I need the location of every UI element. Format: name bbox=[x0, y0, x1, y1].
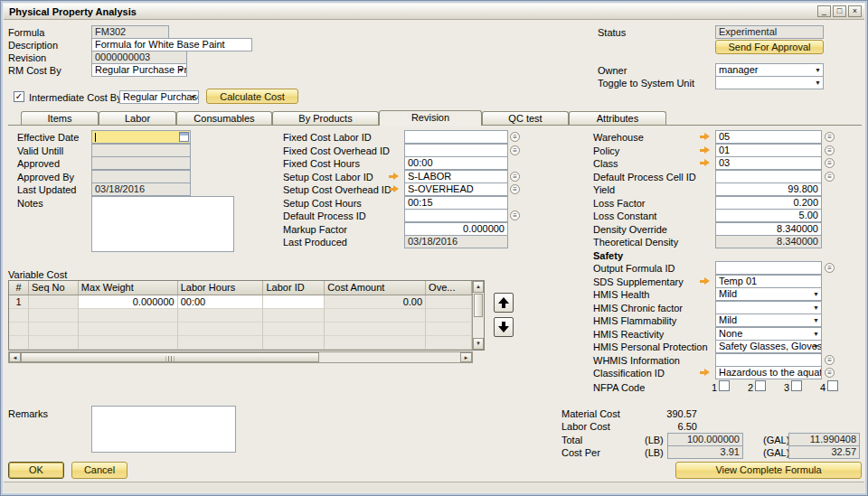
revision-field[interactable]: 0000000003 bbox=[91, 51, 187, 64]
dropdown-arrow-icon[interactable]: ▼ bbox=[813, 343, 819, 351]
col-header-seq-no[interactable]: Seq No bbox=[29, 281, 79, 295]
calculate-cost-button[interactable]: Calculate Cost bbox=[206, 89, 298, 104]
cell-labor-id[interactable] bbox=[263, 295, 325, 309]
choose-from-list-icon[interactable]: ≡ bbox=[825, 172, 835, 182]
dropdown-arrow-icon[interactable]: ▼ bbox=[815, 67, 821, 74]
cost-per-lb-field[interactable]: 3.91 bbox=[667, 445, 743, 459]
fixed-cost-overhead-id-field[interactable] bbox=[404, 144, 508, 157]
table-row[interactable] bbox=[9, 336, 472, 350]
tab-labor[interactable]: Labor bbox=[99, 111, 176, 125]
approved-field[interactable] bbox=[91, 156, 191, 170]
intermediate-cost-by-checkbox[interactable]: ✓ bbox=[14, 91, 24, 102]
cell-max-weight[interactable]: 0.000000 bbox=[79, 295, 178, 309]
horizontal-scroll-thumb[interactable] bbox=[21, 352, 319, 362]
choose-from-list-icon[interactable]: ≡ bbox=[825, 355, 835, 365]
cell-seq-no[interactable] bbox=[29, 295, 79, 309]
link-arrow-icon[interactable] bbox=[389, 173, 400, 181]
vertical-scroll-thumb[interactable] bbox=[474, 294, 483, 317]
formula-field[interactable]: FM302 bbox=[91, 25, 169, 39]
nfpa-checkbox-3[interactable] bbox=[791, 380, 802, 391]
tab-consumables[interactable]: Consumables bbox=[176, 111, 272, 125]
dropdown-arrow-icon[interactable]: ▼ bbox=[815, 80, 821, 87]
choose-from-list-icon[interactable]: ≡ bbox=[510, 211, 520, 220]
col-header-labor-hours[interactable]: Labor Hours bbox=[178, 281, 264, 295]
move-row-up-button[interactable] bbox=[494, 293, 514, 313]
class-field[interactable]: 03 bbox=[715, 156, 822, 170]
tab-qc-test[interactable]: QC test bbox=[482, 111, 569, 125]
hmis-personal-protection-select[interactable]: Safety Glasses, Gloves ▼ bbox=[715, 340, 822, 353]
table-row[interactable] bbox=[9, 323, 472, 336]
yield-field[interactable]: 99.800 bbox=[715, 182, 822, 196]
choose-from-list-icon[interactable]: ≡ bbox=[825, 145, 835, 155]
nfpa-checkbox-1[interactable] bbox=[719, 380, 730, 391]
close-icon[interactable]: × bbox=[848, 5, 862, 17]
last-produced-field[interactable]: 03/18/2016 bbox=[404, 235, 508, 248]
nfpa-checkbox-2[interactable] bbox=[755, 380, 766, 391]
choose-from-list-icon[interactable]: ≡ bbox=[510, 132, 520, 142]
classification-id-field[interactable]: Hazardous to the aquatic bbox=[715, 366, 822, 379]
total-lb-field[interactable]: 100.000000 bbox=[667, 433, 743, 446]
dropdown-arrow-icon[interactable]: ▼ bbox=[813, 317, 819, 324]
link-arrow-icon[interactable] bbox=[700, 146, 711, 154]
table-row[interactable]: 1 0.000000 00:00 0.00 bbox=[9, 295, 472, 309]
owner-select[interactable]: manager ▼ bbox=[715, 63, 824, 77]
loss-constant-field[interactable]: 5.00 bbox=[715, 209, 822, 222]
view-complete-formula-button[interactable]: View Complete Formula bbox=[675, 462, 862, 479]
choose-from-list-icon[interactable]: ≡ bbox=[510, 172, 520, 182]
col-header-overhead[interactable]: Ove... bbox=[426, 281, 472, 295]
theoretical-density-field[interactable]: 8.340000 bbox=[715, 235, 822, 248]
setup-cost-labor-id-field[interactable]: S-LABOR bbox=[404, 170, 508, 183]
dropdown-arrow-icon[interactable]: ▼ bbox=[190, 94, 196, 101]
link-arrow-icon[interactable] bbox=[700, 277, 711, 285]
cost-per-gal-field[interactable]: 32.57 bbox=[788, 445, 860, 459]
cancel-button[interactable]: Cancel bbox=[71, 462, 127, 479]
hmis-chronic-factor-select[interactable]: ▼ bbox=[715, 301, 822, 314]
notes-field[interactable] bbox=[91, 196, 234, 252]
description-field[interactable]: Formula for White Base Paint bbox=[91, 38, 252, 51]
hmis-reactivity-select[interactable]: None ▼ bbox=[715, 327, 822, 341]
total-gal-field[interactable]: 11.990408 bbox=[788, 433, 860, 446]
sds-supplementary-field[interactable]: Temp 01 bbox=[715, 275, 822, 288]
minimize-icon[interactable]: _ bbox=[817, 5, 831, 17]
scroll-left-icon[interactable]: ◄ bbox=[9, 352, 21, 362]
col-header-max-weight[interactable]: Max Weight bbox=[79, 281, 178, 295]
toggle-to-system-unit-select[interactable]: ▼ bbox=[715, 76, 824, 89]
move-row-down-button[interactable] bbox=[494, 317, 514, 337]
warehouse-field[interactable]: 05 bbox=[715, 130, 822, 144]
fixed-cost-labor-id-field[interactable] bbox=[404, 130, 508, 144]
calendar-dropdown-icon[interactable] bbox=[179, 132, 189, 142]
send-for-approval-button[interactable]: Send For Approval bbox=[715, 40, 824, 54]
choose-from-list-icon[interactable]: ≡ bbox=[825, 368, 835, 378]
setup-cost-hours-field[interactable]: 00:15 bbox=[404, 196, 508, 210]
approved-by-field[interactable] bbox=[91, 170, 191, 183]
choose-from-list-icon[interactable]: ≡ bbox=[825, 263, 835, 273]
choose-from-list-icon[interactable]: ≡ bbox=[825, 158, 835, 168]
link-arrow-icon[interactable] bbox=[700, 369, 711, 377]
density-override-field[interactable]: 8.340000 bbox=[715, 222, 822, 236]
nfpa-checkbox-4[interactable] bbox=[827, 380, 838, 391]
tab-items[interactable]: Items bbox=[21, 111, 99, 125]
dropdown-arrow-icon[interactable]: ▼ bbox=[813, 331, 819, 338]
scroll-down-icon[interactable]: ▼ bbox=[473, 338, 484, 350]
ok-button[interactable]: OK bbox=[8, 462, 64, 479]
choose-from-list-icon[interactable]: ≡ bbox=[510, 145, 520, 155]
dropdown-arrow-icon[interactable]: ▼ bbox=[813, 291, 819, 298]
col-header-cost-amount[interactable]: Cost Amount bbox=[325, 281, 426, 295]
intermediate-cost-by-select[interactable]: Regular Purchase ▼ bbox=[119, 90, 199, 104]
default-process-id-field[interactable] bbox=[404, 209, 508, 222]
rm-cost-by-select[interactable]: Regular Purchase Price ▼ bbox=[91, 63, 187, 77]
table-horizontal-scrollbar[interactable]: ◄ ► bbox=[8, 351, 473, 363]
last-updated-field[interactable]: 03/18/2016 bbox=[91, 182, 191, 196]
status-field[interactable]: Experimental bbox=[715, 25, 824, 39]
vertical-scroll-track[interactable] bbox=[473, 318, 484, 338]
scroll-up-icon[interactable]: ▲ bbox=[473, 281, 484, 293]
valid-untill-field[interactable] bbox=[91, 144, 191, 157]
table-row[interactable] bbox=[9, 309, 472, 323]
loss-factor-field[interactable]: 0.200 bbox=[715, 196, 822, 210]
horizontal-scroll-track[interactable] bbox=[319, 352, 460, 362]
tab-revision[interactable]: Revision bbox=[379, 110, 482, 126]
effective-date-field[interactable] bbox=[91, 130, 191, 144]
whmis-information-field[interactable] bbox=[715, 353, 822, 367]
link-arrow-icon[interactable] bbox=[389, 185, 400, 193]
link-arrow-icon[interactable] bbox=[700, 133, 711, 141]
